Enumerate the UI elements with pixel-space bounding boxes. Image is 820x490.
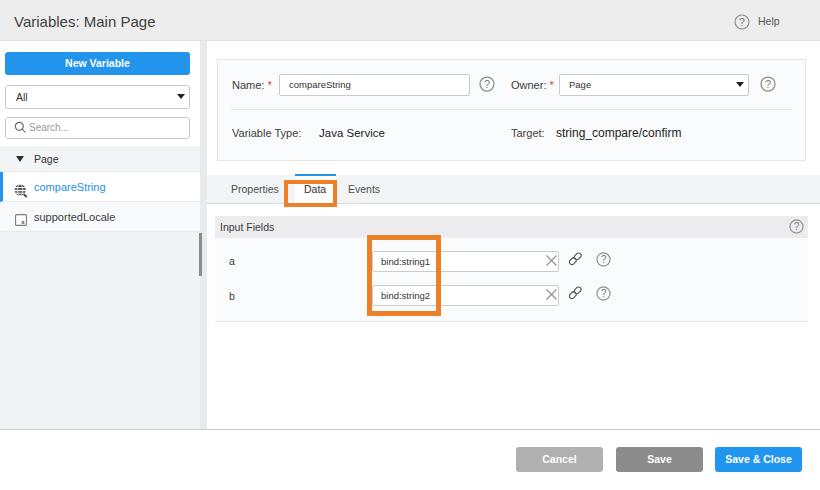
svg-text:?: ?	[739, 16, 745, 28]
svg-text:?: ?	[484, 78, 490, 90]
svg-text:?: ?	[601, 288, 607, 299]
svg-text:?: ?	[601, 254, 607, 265]
svg-text:?: ?	[765, 78, 771, 90]
svg-text:?: ?	[794, 221, 800, 232]
